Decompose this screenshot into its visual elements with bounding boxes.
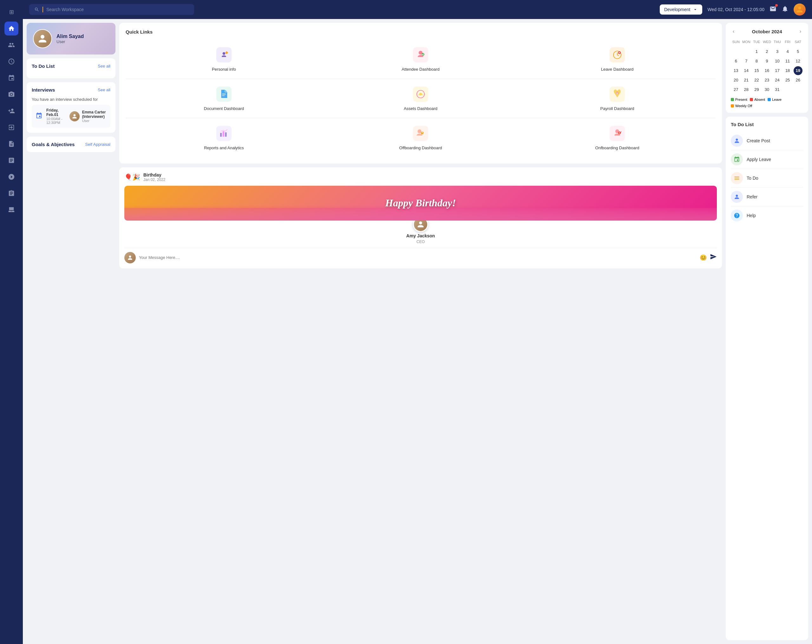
svg-rect-22 [413,126,428,141]
todo-apply-leave[interactable]: Apply Leave [731,150,803,169]
calendar-day[interactable]: 24 [773,76,782,85]
calendar-day[interactable]: 19 [794,66,803,75]
offboarding-dashboard-link[interactable]: Offboarding Dashboard [322,118,519,157]
profile-role: User [56,39,84,44]
interviews-see-all[interactable]: See all [98,87,110,92]
camera-icon[interactable] [5,87,18,101]
grid-icon[interactable]: ⊞ [5,5,18,19]
workspace-selector[interactable]: Development [660,5,702,15]
calendar-day[interactable]: 21 [742,76,751,85]
day-thu: THU [772,39,783,45]
calendar-next-button[interactable]: › [798,28,803,35]
assets-dashboard-link[interactable]: Assets Dashboard [322,79,519,118]
onboarding-dashboard-label: Onfboarding Dashboard [595,145,640,151]
send-icon[interactable] [710,253,717,262]
calendar-day[interactable]: 2 [763,47,771,56]
calendar-day[interactable]: 3 [773,47,782,56]
calendar-day[interactable]: 27 [731,85,740,94]
calendar-day[interactable]: 10 [773,57,782,65]
calendar-day[interactable]: 6 [731,57,740,65]
calendar-card: ‹ October 2024 › SUN MON TUE WED THU FRI… [726,23,808,113]
datetime-display: Wed 02, Oct 2024 - 12:05:00 [707,7,765,12]
day-wed: WED [762,39,772,45]
apply-leave-label: Apply Leave [747,157,771,162]
calendar-day[interactable]: 12 [794,57,803,65]
calendar-day[interactable]: 26 [794,76,803,85]
calendar-day[interactable]: 11 [783,57,792,65]
birthday-icon: 🎈🎉 [124,174,140,181]
calendar-day[interactable]: 30 [763,85,771,94]
reports-analytics-link[interactable]: Reports and Analytics [126,118,322,157]
file-icon[interactable] [5,137,18,151]
quick-links-card: Quick Links Personal info Attendee Dash [119,23,722,163]
attendee-dashboard-link[interactable]: Attendee Dashboard [322,40,519,79]
calendar-icon[interactable] [5,71,18,85]
calendar-prev-button[interactable]: ‹ [731,28,736,35]
self-appraisal-link[interactable]: Self Appraisal [85,142,111,147]
middle-panel: Quick Links Personal info Attendee Dash [119,23,722,640]
people-icon[interactable] [5,38,18,52]
calendar-day[interactable]: 20 [731,76,740,85]
search-input[interactable] [46,7,189,12]
calendar-day[interactable]: 31 [773,85,782,94]
personal-info-label: Personal info [212,67,236,72]
search-icon [34,7,39,12]
todo-list-see-all[interactable]: See all [98,64,110,69]
calendar-day[interactable]: 29 [752,85,761,94]
onboarding-dashboard-link[interactable]: Onfboarding Dashboard [519,118,716,157]
calendar-day[interactable]: 28 [742,85,751,94]
search-bar[interactable] [29,4,194,15]
interviews-header: Interviews See all [32,87,110,93]
personal-info-link[interactable]: Personal info [126,40,322,79]
login-icon[interactable] [5,120,18,134]
birthday-person: Amy Jackson CEO [124,224,717,244]
help-label: Help [747,213,756,218]
calendar-day[interactable]: 9 [763,57,771,65]
calendar-day[interactable]: 5 [794,47,803,56]
calendar-day[interactable]: 1 [752,47,761,56]
leave-dashboard-link[interactable]: Leave Dashboard [519,40,716,79]
birthday-title: Birthday [143,172,165,178]
calendar-day[interactable]: 25 [783,76,792,85]
svg-rect-25 [610,126,625,141]
todo-create-post[interactable]: Create Post [731,131,803,150]
emoji-icon[interactable]: 😊 [700,254,707,261]
mail-icon[interactable] [769,5,777,14]
leave-dashboard-label: Leave Dashboard [601,67,634,72]
report-icon[interactable] [5,154,18,167]
todo-to-do[interactable]: To Do [731,169,803,187]
home-icon[interactable] [5,21,18,35]
person-add-icon[interactable] [5,104,18,118]
quick-links-grid: Personal info Attendee Dashboard Leave D… [126,40,716,157]
calendar-day[interactable]: 22 [752,76,761,85]
calendar-day[interactable]: 23 [763,76,771,85]
team-icon[interactable] [5,170,18,184]
calendar-day[interactable]: 17 [773,66,782,75]
calendar-day[interactable]: 8 [752,57,761,65]
document-dashboard-link[interactable]: Document Dashboard [126,79,322,118]
profile-card: Alim Sayad User [27,23,116,55]
notification-icon[interactable] [781,5,789,14]
payroll-dashboard-link[interactable]: $ Payroll Dashboard [519,79,716,118]
interviewer-avatar [69,111,79,121]
calendar-day[interactable]: 16 [763,66,771,75]
calendar-day[interactable]: 14 [742,66,751,75]
attendee-dashboard-label: Attendee Dashboard [401,67,439,72]
monitor-icon[interactable] [5,203,18,217]
calendar-day[interactable]: 18 [783,66,792,75]
calendar-day[interactable]: 7 [742,57,751,65]
clock-icon[interactable] [5,55,18,69]
message-input[interactable] [139,255,696,260]
todo-refer[interactable]: Refer [731,187,803,206]
notes-icon[interactable] [5,186,18,200]
calendar-day[interactable]: 15 [752,66,761,75]
user-avatar[interactable] [794,3,806,15]
weeklyoff-dot [731,104,734,107]
onboarding-dashboard-icon [608,125,626,142]
absent-dot [750,98,753,101]
todo-help[interactable]: Help [731,206,803,225]
calendar-day[interactable]: 13 [731,66,740,75]
document-dashboard-label: Document Dashboard [204,106,244,111]
calendar-day[interactable]: 4 [783,47,792,56]
sidebar: ⊞ [0,0,23,644]
